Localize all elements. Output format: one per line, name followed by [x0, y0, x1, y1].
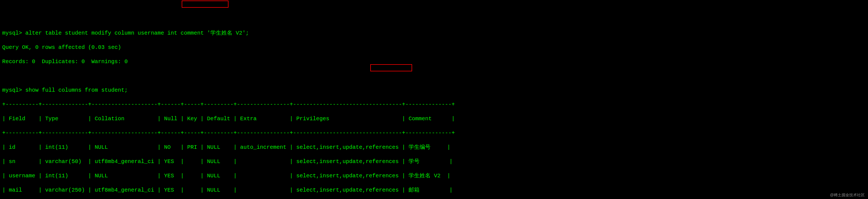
table-row: | mail | varchar(250) | utf8mb4_general_… — [2, 187, 866, 194]
table-row: | sn | varchar(50) | utf8mb4_general_ci … — [2, 158, 866, 165]
table-row: | username | int(11) | NULL | YES | | NU… — [2, 172, 866, 180]
watermark: @稀土掘金技术社区 — [830, 192, 865, 197]
table-border-top: +----------+--------------+-------------… — [2, 101, 866, 108]
row-part: | — [440, 173, 451, 179]
command-end: ; — [246, 30, 249, 36]
annotation-box-1 — [182, 1, 228, 8]
query-stats: Records: 0 Duplicates: 0 Warnings: 0 — [2, 58, 866, 65]
prompt: mysql> — [2, 87, 22, 93]
command-line-1: mysql> alter table student modify column… — [2, 30, 866, 37]
table-header: | Field | Type | Collation | Null | Key … — [2, 115, 866, 122]
command-text: show full columns from student; — [25, 87, 128, 93]
table-border-mid: +----------+--------------+-------------… — [2, 129, 866, 137]
highlighted-comment: 学生姓名 V2 — [408, 173, 440, 179]
query-result: Query OK, 0 rows affected (0.03 sec) — [2, 44, 866, 51]
annotation-box-2 — [370, 64, 412, 71]
row-part: | username | int(11) | NULL | YES | | NU… — [2, 173, 408, 179]
blank-line — [2, 73, 866, 80]
command-text: alter table student modify column userna… — [25, 30, 207, 36]
command-line-2: mysql> show full columns from student; — [2, 87, 866, 94]
highlighted-string: '学生姓名 V2' — [207, 30, 246, 36]
prompt: mysql> — [2, 30, 22, 36]
table-row: | id | int(11) | NULL | NO | PRI | NULL … — [2, 144, 866, 151]
